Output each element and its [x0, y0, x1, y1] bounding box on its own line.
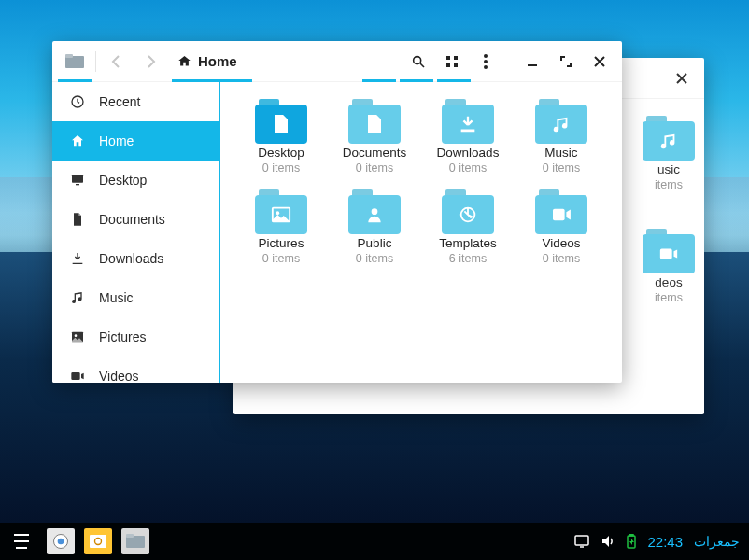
- desktop-icon: [69, 172, 86, 189]
- file-manager-window[interactable]: Home Rece: [52, 41, 622, 383]
- battery-icon[interactable]: [627, 534, 636, 549]
- sidebar-item-label: Recent: [99, 94, 140, 109]
- templates-icon: [442, 195, 494, 234]
- folder-grid: Desktop 0 items Documents 0 items Downlo…: [220, 82, 622, 383]
- music-icon: [643, 121, 695, 161]
- sidebar-item-home[interactable]: Home: [52, 121, 219, 161]
- sidebar-item-recent[interactable]: Recent: [52, 82, 219, 121]
- folder-name: Pictures: [259, 236, 304, 250]
- folder-item[interactable]: deos items: [643, 229, 695, 304]
- svg-point-17: [276, 211, 280, 215]
- download-icon: [69, 250, 86, 267]
- maximize-button[interactable]: [549, 41, 583, 82]
- folder-name: Videos: [542, 236, 580, 250]
- sidebar-item-label: Videos: [99, 369, 139, 383]
- home-icon: [69, 133, 86, 149]
- svg-rect-29: [629, 534, 633, 536]
- svg-point-18: [372, 208, 378, 215]
- svg-rect-12: [76, 184, 79, 185]
- folder-item[interactable]: Pictures 0 items: [239, 189, 323, 265]
- folder-count: 0 items: [449, 161, 487, 175]
- files-app-icon[interactable]: [58, 41, 92, 82]
- sidebar-item-documents[interactable]: Documents: [52, 200, 219, 239]
- folder-count: 0 items: [262, 161, 300, 175]
- folder-name: Templates: [439, 236, 497, 250]
- folder-item[interactable]: usic items: [643, 116, 695, 191]
- folder-item[interactable]: Videos 0 items: [519, 189, 603, 265]
- pictures-icon: [69, 329, 86, 345]
- svg-point-7: [484, 54, 488, 58]
- sidebar-item-desktop[interactable]: Desktop: [52, 161, 219, 200]
- minimize-button[interactable]: [516, 41, 549, 82]
- close-button[interactable]: [583, 41, 616, 82]
- sidebar-item-downloads[interactable]: Downloads: [52, 239, 219, 278]
- doc-icon: [255, 105, 307, 144]
- svg-point-14: [75, 334, 78, 337]
- svg-rect-15: [461, 130, 475, 133]
- folder-count: 0 items: [356, 161, 393, 175]
- svg-rect-27: [575, 536, 588, 545]
- document-icon: [69, 211, 86, 228]
- close-button[interactable]: [665, 58, 699, 99]
- sidebar-item-videos[interactable]: Videos: [52, 357, 219, 383]
- pictures-icon: [255, 195, 307, 234]
- start-button[interactable]: [9, 529, 34, 553]
- home-icon: [177, 54, 192, 68]
- search-button[interactable]: [402, 41, 435, 82]
- taskbar-app-mail[interactable]: [84, 528, 112, 554]
- folder-item[interactable]: Public 0 items: [332, 189, 417, 265]
- date[interactable]: جمعرات: [694, 534, 740, 549]
- folder-name: Documents: [343, 146, 406, 160]
- folder-count: items: [655, 291, 683, 304]
- sidebar-item-pictures[interactable]: Pictures: [52, 317, 219, 357]
- svg-rect-20: [553, 209, 565, 221]
- svg-point-2: [414, 56, 421, 63]
- clock[interactable]: 22:43: [647, 534, 683, 550]
- svg-rect-11: [72, 175, 83, 183]
- sidebar-item-label: Pictures: [99, 329, 147, 344]
- menu-button[interactable]: [469, 41, 502, 82]
- folder-count: 0 items: [262, 252, 300, 265]
- svg-rect-23: [90, 535, 106, 548]
- clock-icon: [69, 93, 86, 110]
- folder-count: items: [655, 178, 683, 191]
- folder-name: usic: [657, 162, 680, 176]
- display-icon[interactable]: [574, 535, 589, 548]
- videos-icon: [535, 195, 587, 234]
- svg-point-9: [484, 65, 488, 69]
- svg-rect-6: [454, 63, 458, 67]
- view-toggle-button[interactable]: [435, 41, 469, 82]
- forward-button[interactable]: [134, 41, 167, 82]
- sidebar-item-label: Music: [99, 290, 134, 305]
- folder-count: 6 items: [449, 252, 487, 265]
- folder-count: 0 items: [543, 252, 580, 265]
- doc-icon: [348, 105, 401, 144]
- svg-point-8: [484, 60, 488, 63]
- folder-count: 0 items: [543, 161, 580, 175]
- taskbar: 22:43 جمعرات: [0, 523, 749, 560]
- folder-item[interactable]: Music 0 items: [519, 99, 603, 175]
- taskbar-app-browser[interactable]: [47, 528, 75, 554]
- music-icon: [69, 289, 86, 306]
- folder-item[interactable]: Desktop 0 items: [239, 99, 323, 175]
- svg-rect-5: [446, 63, 450, 67]
- folder-name: Downloads: [437, 146, 500, 160]
- folder-count: 0 items: [356, 252, 393, 265]
- folder-item[interactable]: Templates 6 items: [426, 189, 510, 265]
- sidebar-item-label: Downloads: [99, 251, 163, 266]
- svg-rect-1: [65, 54, 73, 58]
- location-label: Home: [198, 53, 237, 69]
- titlebar: Home: [52, 41, 622, 82]
- taskbar-app-files[interactable]: [121, 528, 149, 554]
- folder-item[interactable]: Downloads 0 items: [426, 99, 510, 175]
- folder-item[interactable]: Documents 0 items: [332, 99, 417, 175]
- sidebar-item-label: Desktop: [99, 173, 147, 188]
- sidebar-item-music[interactable]: Music: [52, 278, 219, 317]
- public-icon: [348, 195, 401, 234]
- volume-icon[interactable]: [601, 535, 615, 548]
- download-icon: [442, 105, 494, 144]
- breadcrumb-location[interactable]: Home: [167, 41, 247, 82]
- back-button[interactable]: [100, 41, 134, 82]
- system-tray: 22:43 جمعرات: [574, 534, 740, 550]
- folder-name: Desktop: [258, 146, 304, 160]
